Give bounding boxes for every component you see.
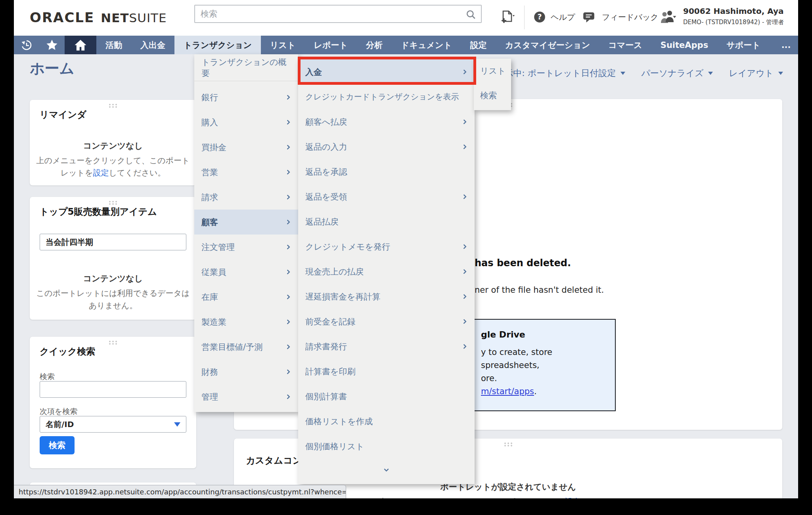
empty-content-message: コンテンツなし このポートレットには利用できるデータはありません。 <box>34 273 192 312</box>
oracle-netsuite-logo[interactable]: ORACLE NETSUITE <box>30 10 167 25</box>
quick-search-input[interactable] <box>40 381 186 398</box>
menu-item-record-deposits[interactable]: 前受金を記録 <box>298 309 475 334</box>
nav-item-transactions[interactable]: トランザクション <box>174 36 261 54</box>
main-navbar: 活動 入出金 トランザクション リスト レポート 分析 ドキュメント 設定 カス… <box>14 36 798 54</box>
setup-link[interactable]: 設定 <box>93 168 109 177</box>
nav-item-overflow[interactable]: ... <box>770 36 798 54</box>
period-select[interactable]: 当会計四半期 <box>40 234 186 250</box>
menu-item-management[interactable]: 管理 <box>194 384 298 409</box>
portlet-title[interactable]: カスタムコン <box>246 454 302 467</box>
screen: ORACLE NETSUITE ? ヘルプ フィードバック <box>0 0 812 515</box>
menu-item-payments-list[interactable]: リスト <box>474 59 511 83</box>
submenu-arrow-icon <box>285 269 290 275</box>
menu-item-refund-returns[interactable]: 返品払戻 <box>298 209 475 234</box>
help-icon[interactable]: ? <box>533 10 546 25</box>
menu-item-purchase[interactable]: 購入 <box>194 110 298 135</box>
feedback-label[interactable]: フィードバック <box>602 12 659 23</box>
create-new-icon[interactable] <box>499 9 515 28</box>
menu-item-quota-forecast[interactable]: 営業目標値/予測 <box>194 334 298 359</box>
drag-handle-icon[interactable] <box>108 103 118 108</box>
feedback-icon[interactable] <box>582 10 596 25</box>
apps-link-fragment[interactable]: m/start/apps <box>481 387 534 396</box>
portlet-title[interactable]: トップ5販売数量別アイテム <box>40 206 157 218</box>
nav-item-customization[interactable]: カスタマイゼーション <box>496 36 599 54</box>
menu-item-refund-cash-sales[interactable]: 現金売上の払戻 <box>298 259 475 284</box>
menu-item-create-price-list[interactable]: 価格リストを作成 <box>298 409 475 434</box>
global-search-input[interactable] <box>195 6 481 22</box>
menu-item-financial[interactable]: 財務 <box>194 359 298 384</box>
nav-item-suiteapps[interactable]: SuiteApps <box>651 36 717 54</box>
personalize-menu[interactable]: パーソナライズ <box>641 67 713 79</box>
nav-item-lists[interactable]: リスト <box>261 36 304 54</box>
submenu-arrow-icon <box>462 269 467 274</box>
chevron-down-icon <box>384 467 389 472</box>
nav-item-activities[interactable]: 活動 <box>96 36 131 54</box>
menu-item-assess-finance-charges[interactable]: 遅延損害金を再計算 <box>298 284 475 309</box>
setup-link[interactable]: 設定 <box>565 497 581 498</box>
portlet-title[interactable]: クイック検索 <box>40 345 95 358</box>
drag-handle-icon[interactable] <box>504 442 513 447</box>
recent-records-icon[interactable] <box>14 36 39 54</box>
menu-item-employees[interactable]: 従業員 <box>194 259 298 284</box>
drag-handle-icon[interactable] <box>108 200 118 205</box>
submenu-arrow-icon <box>462 69 467 74</box>
menu-item-customers[interactable]: 顧客 <box>194 210 298 235</box>
submenu-arrow-icon <box>462 119 467 124</box>
nav-item-payments[interactable]: 入出金 <box>131 36 174 54</box>
submenu-arrow-icon <box>462 344 467 349</box>
menu-item-sales[interactable]: 営業 <box>194 160 298 185</box>
promo-title-fragment: gle Drive <box>481 328 552 341</box>
payments-submenu: リスト 検索 <box>474 59 511 110</box>
logo-netsuite-text: NETSUITE <box>101 11 167 25</box>
quick-search-button[interactable]: 検索 <box>40 436 75 454</box>
submenu-arrow-icon <box>462 319 467 324</box>
nav-item-documents[interactable]: ドキュメント <box>392 36 461 54</box>
menu-item-bank[interactable]: 銀行 <box>194 85 298 110</box>
menu-scroll-more[interactable] <box>298 459 475 479</box>
user-name: 90062 Hashimoto, Aya <box>683 6 784 16</box>
menu-item-accept-payments[interactable]: 入金 <box>298 59 475 84</box>
shortcuts-star-icon[interactable] <box>39 36 65 54</box>
nav-item-reports[interactable]: レポート <box>304 36 356 54</box>
menu-item-transactions-overview[interactable]: トランザクションの概要 <box>194 54 298 81</box>
menu-item-issue-customer-refund[interactable]: 顧客へ払戻 <box>298 109 475 134</box>
menu-item-approve-returns[interactable]: 返品を承認 <box>298 159 475 184</box>
menu-item-billing[interactable]: 請求 <box>194 185 298 210</box>
menu-item-bill-invoices[interactable]: 請求書発行 <box>298 334 475 359</box>
home-icon[interactable] <box>65 36 96 54</box>
help-label[interactable]: ヘルプ <box>551 12 575 23</box>
menu-item-individual-statement[interactable]: 個別計算書 <box>298 384 475 409</box>
menu-item-issue-credit-memos[interactable]: クレジットメモを発行 <box>298 234 475 259</box>
menu-item-enter-returns[interactable]: 返品の入力 <box>298 134 475 159</box>
user-menu[interactable]: 90062 Hashimoto, Aya DEMO- (TSTDRV101894… <box>683 6 784 26</box>
logo-oracle-text: ORACLE <box>30 10 94 25</box>
quick-search-portlet: クイック検索 検索 次項を検索 名前/ID 検索 <box>30 337 196 468</box>
nav-item-setup[interactable]: 設定 <box>461 36 496 54</box>
menu-item-payables[interactable]: 買掛金 <box>194 135 298 160</box>
search-icon[interactable] <box>466 10 476 21</box>
menu-item-individual-price-list[interactable]: 個別価格リスト <box>298 434 475 459</box>
menu-item-receive-returns[interactable]: 返品を受領 <box>298 184 475 209</box>
nav-item-analytics[interactable]: 分析 <box>357 36 392 54</box>
submenu-arrow-icon <box>285 95 290 100</box>
menu-item-manufacturing[interactable]: 製造業 <box>194 309 298 334</box>
nav-item-support[interactable]: サポート <box>717 36 769 54</box>
layout-menu[interactable]: レイアウト <box>729 67 783 79</box>
portlet-title[interactable]: リマインダ <box>40 109 86 121</box>
menu-item-view-credit-card-transactions[interactable]: クレジットカードトランザクションを表示 <box>298 84 475 109</box>
submenu-arrow-icon <box>462 144 467 149</box>
showing-portlet-date-menu[interactable]: 表示中: ポートレット日付設定 <box>496 67 625 79</box>
menu-item-print-statements[interactable]: 計算書を印刷 <box>298 359 475 384</box>
transactions-dropdown-menu: トランザクションの概要 銀行 購入 買掛金 営業 請求 顧客 注文管理 従業員 … <box>194 54 298 412</box>
menu-item-inventory[interactable]: 在庫 <box>194 284 298 309</box>
search-field-label: 検索 <box>40 372 55 382</box>
page-title: ホーム <box>30 59 75 78</box>
reminders-portlet: リマインダ コンテンツなし 上のメニューをクリックして、このポートレットを設定し… <box>30 100 196 185</box>
drag-handle-icon[interactable] <box>108 340 118 345</box>
menu-item-order-management[interactable]: 注文管理 <box>194 235 298 259</box>
submenu-arrow-icon <box>285 170 290 175</box>
nav-item-commerce[interactable]: コマース <box>599 36 651 54</box>
search-type-select[interactable]: 名前/ID <box>40 416 186 433</box>
user-roles-icon[interactable] <box>660 10 677 27</box>
menu-item-payments-search[interactable]: 検索 <box>474 83 511 108</box>
